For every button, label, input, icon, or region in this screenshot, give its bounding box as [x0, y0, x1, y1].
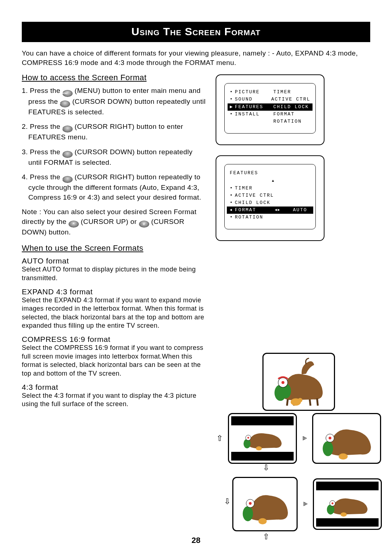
compress-body: Select the COMPRESS 16:9 format if you w…: [22, 344, 207, 378]
intro-text: You can have a choice of different forma…: [22, 49, 370, 67]
svg-point-12: [328, 437, 331, 440]
arrows-expand-icon: ⇧: [216, 434, 223, 442]
osd-selected-features: ▶FEATURESCHILD LOCK: [228, 103, 313, 111]
expand-body: Select the EXPAND 4:3 format if you want…: [22, 296, 207, 330]
step-1: 1. Press the MENU (MENU) button to enter…: [22, 86, 207, 117]
f43-head: 4:3 format: [22, 383, 207, 392]
auto-body: Select AUTO format to display pictures i…: [22, 265, 207, 282]
osd-features-menu: FEATURES ▲ •TIMER •ACTIVE CTRL •CHILD LO…: [216, 155, 324, 241]
step-4: 4. Press the > (CURSOR RIGHT) button rep…: [22, 172, 207, 202]
section-formats-head: When to use the Screen Formats: [22, 244, 207, 253]
arrow-down-icon: ⇩: [263, 463, 269, 472]
f43-body: Select the 4:3 format if you want to dis…: [22, 392, 207, 409]
svg-point-5: [298, 398, 302, 402]
osd-main-menu: •PICTURETIMER •SOUNDACTIVE CTRL ▶FEATURE…: [216, 74, 324, 145]
svg-point-9: [256, 446, 262, 450]
step-2: 2. Press the > (CURSOR RIGHT) button to …: [22, 122, 207, 142]
cursor-down-icon: v: [62, 151, 73, 158]
section-access-head: How to access the Screen Format: [22, 73, 207, 82]
tv-previews: ⇧: [216, 353, 382, 541]
svg-point-10: [323, 441, 333, 456]
svg-point-14: [243, 506, 253, 521]
tv-full-source: [232, 477, 298, 531]
osd-selected-format: ◀ FORMAT ◀▶ AUTO: [227, 207, 313, 214]
caret-up-icon: ▲: [270, 178, 277, 184]
svg-point-20: [331, 502, 333, 504]
note-text: Note : You can also select your desired …: [22, 207, 207, 237]
tv-auto: [262, 353, 335, 411]
tv-compress-result: [313, 478, 382, 530]
cursor-up-icon: ^: [69, 221, 79, 228]
step-3: 3. Press the v (CURSOR DOWN) button repe…: [22, 147, 207, 167]
cursor-down-icon: v: [60, 101, 70, 107]
clown-goat-illustration: [266, 356, 332, 408]
svg-point-6: [244, 439, 251, 448]
svg-point-8: [248, 437, 249, 438]
tv-expand-result: [312, 413, 381, 464]
svg-point-21: [340, 512, 347, 517]
menu-icon: MENU: [62, 90, 73, 97]
svg-point-13: [339, 454, 348, 460]
left-column: How to access the Screen Format 1. Press…: [22, 73, 207, 541]
compress-head: COMPRESS 16:9 format: [22, 335, 207, 344]
cursor-right-icon: >: [62, 176, 73, 183]
cursor-down-icon: v: [139, 221, 149, 228]
arrow-right-icon: ⫸: [303, 501, 308, 507]
cursor-right-icon: >: [62, 126, 73, 132]
page-number: 28: [22, 536, 370, 545]
osd-features-title: FEATURES: [230, 169, 310, 177]
arrow-right-icon: ⫸: [302, 436, 307, 441]
auto-head: AUTO format: [22, 257, 207, 265]
svg-point-3: [281, 381, 284, 384]
expand-head: EXPAND 4:3 format: [22, 287, 207, 296]
right-column: •PICTURETIMER •SOUNDACTIVE CTRL ▶FEATURE…: [216, 73, 382, 541]
svg-point-17: [258, 518, 267, 524]
page-title: Using The Screen Format: [22, 22, 370, 42]
tv-letterbox-source: [228, 413, 297, 464]
svg-point-16: [249, 502, 252, 505]
